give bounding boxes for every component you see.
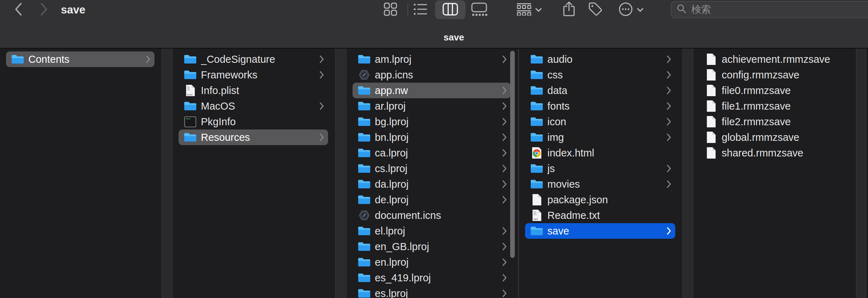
search-icon xyxy=(676,4,687,16)
chevron-left-icon xyxy=(13,1,23,18)
folder-row-css[interactable]: css xyxy=(525,67,675,83)
svg-text:TXT: TXT xyxy=(533,218,538,221)
chrome-icon xyxy=(530,147,543,159)
folder-icon xyxy=(357,256,371,269)
file-row-file1.rmmzsave[interactable]: file1.rmmzsave xyxy=(699,98,849,114)
chevron-right-icon xyxy=(666,164,672,173)
chevron-right-icon xyxy=(502,273,507,282)
forward-button[interactable] xyxy=(36,0,52,20)
file-row-config.rmmzsave[interactable]: config.rmmzsave xyxy=(699,67,849,83)
item-label: am.lproj xyxy=(375,54,411,65)
chevron-right-icon xyxy=(666,117,672,126)
doc-icon xyxy=(704,68,718,81)
folder-row-da.lproj[interactable]: da.lproj xyxy=(353,176,511,192)
folder-icon xyxy=(357,225,371,237)
item-label: bg.lproj xyxy=(375,116,408,128)
chevron-right-icon xyxy=(502,195,507,204)
folder-row-bn.lproj[interactable]: bn.lproj xyxy=(353,129,511,145)
search-field[interactable] xyxy=(671,1,868,18)
file-row-file2.rmmzsave[interactable]: file2.rmmzsave xyxy=(699,114,849,129)
search-input[interactable] xyxy=(691,4,868,16)
folder-row-icon[interactable]: icon xyxy=(525,114,675,129)
vertical-scrollbar[interactable] xyxy=(510,51,515,258)
view-as-list-button[interactable] xyxy=(412,0,429,20)
file-row-achievement.rmmzsave[interactable]: achievement.rmmzsave xyxy=(699,51,849,67)
doc-icon xyxy=(704,84,718,97)
item-label: file2.rmmzsave xyxy=(722,116,791,128)
chevron-right-icon xyxy=(666,180,672,189)
folder-icon xyxy=(530,53,543,66)
plist-icon: PLIST xyxy=(184,84,197,97)
file-row-package.json[interactable]: package.json xyxy=(525,192,675,208)
icns-icon xyxy=(357,209,371,222)
folder-row-es_419.lproj[interactable]: es_419.lproj xyxy=(353,270,511,286)
folder-row-Frameworks[interactable]: Frameworks xyxy=(179,67,328,83)
file-row-Info.plist[interactable]: PLISTInfo.plist xyxy=(179,83,328,98)
folder-row-am.lproj[interactable]: am.lproj xyxy=(353,51,511,67)
share-button[interactable] xyxy=(560,0,577,20)
folder-row-es.lproj[interactable]: es.lproj xyxy=(353,286,511,298)
doc-icon xyxy=(704,115,718,128)
file-row-Readme.txt[interactable]: TXTReadme.txt xyxy=(525,208,675,223)
folder-row-img[interactable]: img xyxy=(525,129,675,145)
folder-row-Resources[interactable]: Resources xyxy=(179,129,328,145)
folder-icon xyxy=(530,178,543,191)
item-label: icon xyxy=(547,116,566,128)
item-label: app.icns xyxy=(375,69,413,81)
column-divider[interactable] xyxy=(162,49,173,298)
doc-icon xyxy=(530,193,543,206)
view-as-icons-button[interactable] xyxy=(382,0,399,20)
file-row-app.icns[interactable]: app.icns xyxy=(353,67,511,83)
file-row-file0.rmmzsave[interactable]: file0.rmmzsave xyxy=(699,83,849,98)
folder-icon xyxy=(530,84,543,97)
chevron-right-icon xyxy=(39,1,49,18)
column-view-icon xyxy=(443,3,458,17)
folder-row-ca.lproj[interactable]: ca.lproj xyxy=(353,145,511,161)
item-label: audio xyxy=(547,54,573,65)
folder-row-fonts[interactable]: fonts xyxy=(525,98,675,114)
column-divider[interactable] xyxy=(856,49,867,298)
item-label: en.lproj xyxy=(375,256,408,268)
column-divider[interactable] xyxy=(335,49,346,298)
exec-icon xyxy=(184,115,197,128)
file-row-shared.rmmzsave[interactable]: shared.rmmzsave xyxy=(699,145,849,161)
folder-row-ar.lproj[interactable]: ar.lproj xyxy=(353,98,511,114)
chevron-right-icon xyxy=(666,226,672,236)
view-as-columns-button-selected[interactable] xyxy=(435,0,466,19)
folder-row-en.lproj[interactable]: en.lproj xyxy=(353,254,511,270)
folder-icon xyxy=(357,271,371,284)
folder-row-_CodeSignature[interactable]: _CodeSignature xyxy=(179,51,328,67)
chevron-right-icon xyxy=(502,226,507,236)
folder-row-data[interactable]: data xyxy=(525,83,675,98)
column-divider[interactable] xyxy=(682,49,693,298)
folder-row-audio[interactable]: audio xyxy=(525,51,675,67)
folder-row-el.lproj[interactable]: el.lproj xyxy=(353,223,511,239)
file-row-PkgInfo[interactable]: PkgInfo xyxy=(179,114,328,129)
tag-button[interactable] xyxy=(586,0,605,20)
folder-icon xyxy=(357,287,371,298)
folder-icon xyxy=(11,53,24,66)
folder-row-en_GB.lproj[interactable]: en_GB.lproj xyxy=(353,239,511,254)
folder-row-cs.lproj[interactable]: cs.lproj xyxy=(353,161,511,176)
file-row-global.rmmzsave[interactable]: global.rmmzsave xyxy=(699,129,849,145)
doc-icon xyxy=(704,131,718,144)
item-label: MacOS xyxy=(201,100,235,112)
more-actions-button[interactable] xyxy=(617,0,645,20)
view-as-gallery-button[interactable] xyxy=(470,0,488,20)
folder-row-bg.lproj[interactable]: bg.lproj xyxy=(353,114,511,129)
folder-row-app.nw[interactable]: app.nw xyxy=(353,83,511,98)
folder-row-de.lproj[interactable]: de.lproj xyxy=(353,192,511,208)
folder-row-Contents[interactable]: Contents xyxy=(6,51,154,67)
file-row-index.html[interactable]: index.html xyxy=(525,145,675,161)
item-label: Resources xyxy=(201,132,250,143)
file-row-document.icns[interactable]: document.icns xyxy=(353,208,511,223)
chevron-right-icon xyxy=(145,55,151,64)
folder-row-movies[interactable]: movies xyxy=(525,176,675,192)
group-by-button[interactable] xyxy=(517,0,542,20)
chevron-right-icon xyxy=(319,55,325,64)
folder-row-js[interactable]: js xyxy=(525,161,675,176)
folder-row-MacOS[interactable]: MacOS xyxy=(179,98,328,114)
chevron-right-icon xyxy=(502,117,507,126)
folder-row-save[interactable]: save xyxy=(525,223,675,239)
back-button[interactable] xyxy=(11,0,26,20)
